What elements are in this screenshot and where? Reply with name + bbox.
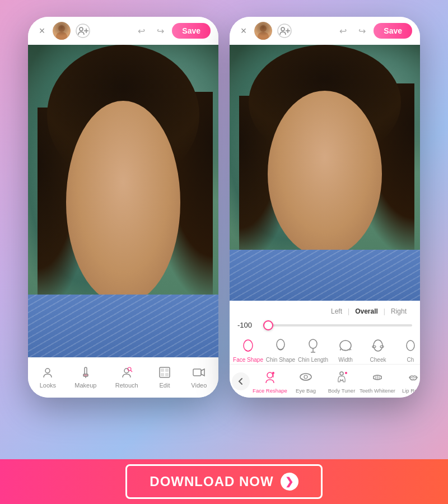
feature-ch[interactable]: Ch — [394, 337, 420, 363]
svg-point-41 — [407, 340, 414, 351]
left-redo-button[interactable]: ↪ — [153, 24, 167, 38]
feature-chin-length[interactable]: Chin Length — [297, 337, 329, 363]
face-shape-label: Face Shape — [233, 357, 263, 363]
svg-point-8 — [45, 368, 50, 373]
svg-line-37 — [350, 349, 351, 350]
slider-value: -100 — [237, 321, 259, 329]
edit-icon — [157, 365, 172, 380]
lip-reshape-icon — [405, 369, 420, 386]
lip-reshape-label: Lip Res... — [402, 388, 420, 394]
svg-point-43 — [272, 372, 274, 374]
svg-point-47 — [340, 372, 343, 375]
svg-point-34 — [340, 340, 351, 351]
teeth-whitener-icon — [369, 369, 386, 386]
makeup-icon — [78, 365, 94, 380]
feature-width[interactable]: Width — [329, 337, 362, 363]
overall-button[interactable]: Overall — [349, 305, 384, 318]
face-reshape-icon — [262, 369, 278, 386]
download-text: DOWNLOAD NOW — [150, 474, 273, 489]
svg-point-24 — [254, 22, 272, 40]
tab-makeup[interactable]: Makeup — [74, 365, 96, 389]
cheek-label: Cheek — [370, 357, 386, 363]
svg-point-12 — [124, 368, 129, 373]
tab-retouch[interactable]: Retouch — [115, 365, 138, 389]
chin-shape-label: Chin Shape — [266, 357, 295, 363]
body-tuner-label: Body Tuner — [328, 388, 356, 394]
left-phone-topbar: × — [28, 17, 218, 45]
teeth-whitener-label: Teeth Whitener — [360, 388, 395, 394]
right-avatar[interactable] — [254, 22, 272, 40]
right-close-button[interactable]: × — [237, 25, 250, 37]
main-container: × — [0, 0, 448, 504]
lor-selector: Left | Overall | Right — [237, 305, 412, 318]
left-phone-photo — [28, 45, 218, 357]
left-add-person-button[interactable] — [75, 23, 91, 39]
category-face-reshape[interactable]: Face Reshape — [252, 369, 288, 394]
right-phone-photo — [230, 45, 420, 301]
categories-row: Face Reshape Eye Bag — [230, 364, 420, 398]
tab-video[interactable]: Video — [191, 365, 207, 389]
left-undo-button[interactable]: ↩ — [134, 24, 148, 38]
video-label: Video — [191, 382, 207, 389]
right-undo-button[interactable]: ↩ — [335, 24, 350, 38]
feature-face-shape[interactable]: Face Shape — [232, 337, 264, 363]
svg-point-40 — [380, 346, 384, 348]
width-label: Width — [338, 357, 353, 363]
cheek-icon — [369, 337, 387, 355]
face-shape-icon — [239, 337, 257, 355]
slider-row: -100 — [237, 321, 412, 329]
left-close-button[interactable]: × — [36, 25, 48, 37]
svg-point-5 — [80, 27, 83, 31]
feature-cheek[interactable]: Cheek — [362, 337, 394, 363]
right-add-person-button[interactable] — [277, 23, 292, 39]
face-reshape-label: Face Reshape — [253, 388, 287, 394]
category-body-tuner[interactable]: Body Tuner — [324, 369, 360, 394]
ch-icon — [402, 337, 419, 355]
category-teeth-whitener[interactable]: Teeth Whitener — [360, 369, 395, 394]
tab-edit[interactable]: Edit — [157, 365, 172, 389]
svg-rect-10 — [83, 374, 88, 376]
svg-point-31 — [309, 339, 317, 348]
ch-label: Ch — [407, 357, 414, 363]
download-button[interactable]: DOWNLOAD NOW ❯ — [125, 464, 322, 499]
category-eye-bag[interactable]: Eye Bag — [288, 369, 324, 394]
svg-point-29 — [244, 340, 253, 351]
chin-length-icon — [304, 337, 322, 355]
edit-label: Edit — [160, 382, 170, 389]
slider-area: Left | Overall | Right -100 — [230, 301, 420, 334]
left-save-button[interactable]: Save — [172, 23, 211, 39]
left-phone: × — [28, 17, 218, 398]
retouch-icon — [119, 365, 134, 380]
right-redo-button[interactable]: ↪ — [354, 24, 369, 38]
eye-bag-icon — [297, 369, 314, 386]
makeup-label: Makeup — [74, 382, 96, 389]
svg-rect-17 — [165, 368, 169, 372]
svg-line-14 — [130, 370, 132, 372]
slider-track[interactable] — [263, 324, 412, 326]
looks-icon — [40, 365, 55, 380]
right-button[interactable]: Right — [385, 305, 412, 318]
back-arrow-button[interactable] — [232, 372, 250, 390]
right-phone-topbar: × — [230, 17, 420, 45]
svg-rect-20 — [193, 369, 201, 376]
svg-point-46 — [304, 375, 307, 379]
right-save-button[interactable]: Save — [374, 23, 412, 39]
slider-thumb[interactable] — [263, 320, 273, 330]
left-button[interactable]: Left — [325, 305, 348, 318]
category-lip-reshape[interactable]: Lip Res... — [395, 369, 420, 394]
left-avatar[interactable] — [53, 22, 71, 40]
left-bottom-bar: Looks Makeup — [28, 357, 218, 398]
tab-looks[interactable]: Looks — [40, 365, 56, 389]
svg-point-3 — [53, 22, 71, 40]
chin-shape-icon — [272, 337, 290, 355]
svg-point-39 — [372, 346, 376, 348]
retouch-label: Retouch — [115, 382, 138, 389]
video-icon — [191, 365, 207, 380]
chin-length-label: Chin Length — [298, 357, 328, 363]
body-tuner-icon — [333, 369, 350, 386]
svg-point-42 — [267, 372, 273, 378]
feature-chin-shape[interactable]: Chin Shape — [264, 337, 297, 363]
svg-rect-16 — [161, 368, 164, 372]
svg-rect-18 — [161, 373, 164, 376]
download-bar: DOWNLOAD NOW ❯ — [0, 459, 448, 504]
